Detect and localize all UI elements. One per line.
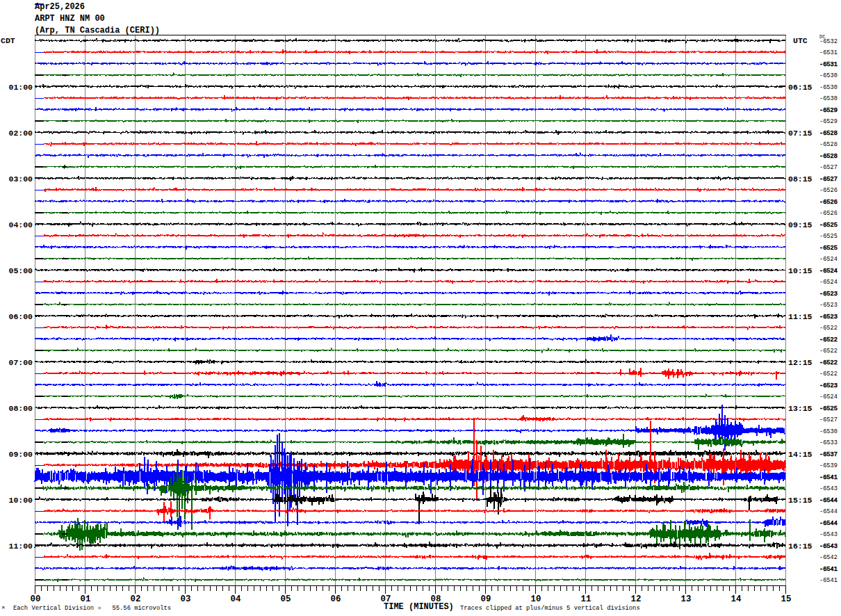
svg-text:-6525: -6525 [819,245,838,252]
svg-text:-6527: -6527 [819,416,838,423]
svg-text:M: M [2,606,5,610]
svg-text:-6541: -6541 [819,474,838,481]
svg-text:-6523: -6523 [819,382,838,389]
svg-text:13:15: 13:15 [788,404,813,413]
svg-text:-6527: -6527 [819,164,838,171]
svg-text:08:15: 08:15 [788,175,813,184]
svg-text:-6530: -6530 [819,95,838,102]
svg-text:12: 12 [631,594,642,604]
svg-text:-6524: -6524 [819,394,838,400]
svg-text:-6544: -6544 [819,520,838,527]
svg-text:09: 09 [481,594,491,604]
svg-text:-6537: -6537 [819,451,838,458]
svg-text:-6525: -6525 [819,405,838,412]
svg-text:UTC: UTC [793,36,808,45]
svg-text:10: 10 [531,594,541,604]
svg-text:-6522: -6522 [819,325,838,332]
svg-text:11:15: 11:15 [788,312,813,321]
svg-text:08:00: 08:00 [8,404,33,413]
svg-text:-6530: -6530 [819,84,838,91]
svg-text:-6524: -6524 [819,279,838,286]
svg-text:15: 15 [781,594,792,604]
svg-text:-6522: -6522 [819,337,838,343]
svg-text:-6541: -6541 [819,566,838,573]
svg-text:Each Vertical Division = 55.: Each Vertical Division = 55.56 microvolt… [13,605,171,612]
svg-text:-6543: -6543 [819,485,838,492]
svg-text:-6542: -6542 [819,554,838,561]
svg-text:02:00: 02:00 [8,129,33,138]
svg-text:12:15: 12:15 [788,358,813,367]
svg-text:11: 11 [581,594,591,604]
svg-text:-6539: -6539 [819,462,838,469]
svg-text:07:00: 07:00 [8,358,33,367]
svg-text:-6522: -6522 [819,371,838,378]
svg-text:05:00: 05:00 [8,266,33,275]
svg-text:-6529: -6529 [819,107,838,114]
svg-text:15:15: 15:15 [788,496,813,505]
svg-text:-6523: -6523 [819,291,838,298]
svg-text:Traces clipped at plus/minus 5: Traces clipped at plus/minus 5 vertical … [460,605,640,612]
svg-text:(Arp, TN Cascadia (CERI)): (Arp, TN Cascadia (CERI)) [35,26,160,35]
svg-text:-6528: -6528 [819,141,838,148]
svg-text:-6544: -6544 [819,497,838,504]
svg-text:14:15: 14:15 [788,450,813,459]
svg-text:01: 01 [81,594,91,604]
svg-text:-6544: -6544 [819,508,838,515]
svg-text:-6531: -6531 [819,49,838,56]
svg-text:04:00: 04:00 [8,220,33,229]
svg-text:ARPT HNZ NM 00: ARPT HNZ NM 00 [35,14,105,24]
svg-text:-6528: -6528 [819,130,838,137]
svg-text:10:00: 10:00 [8,496,33,505]
svg-text:-6541: -6541 [819,577,838,584]
svg-text:06:00: 06:00 [8,312,33,321]
svg-text:-6533: -6533 [819,439,838,446]
svg-text:03: 03 [181,594,191,604]
svg-text:-6526: -6526 [819,210,838,217]
svg-text:11:00: 11:00 [8,542,33,551]
svg-text:-6527: -6527 [819,176,838,183]
svg-text:-6523: -6523 [819,314,838,321]
svg-text:-6524: -6524 [819,268,838,275]
svg-text:-6530: -6530 [819,428,838,435]
svg-text:09:00: 09:00 [8,450,33,459]
svg-text:-6525: -6525 [819,222,838,229]
svg-text:-6522: -6522 [819,348,838,355]
svg-text:-6532: -6532 [819,38,838,45]
svg-text:05: 05 [281,594,291,604]
svg-text:-6526: -6526 [819,187,838,194]
svg-text:02: 02 [131,594,141,604]
svg-text:-6530: -6530 [819,72,838,79]
svg-text:03:00: 03:00 [8,175,33,184]
svg-text:-6528: -6528 [819,153,838,160]
svg-text:Apr25,2026: Apr25,2026 [35,2,85,12]
svg-text:09:15: 09:15 [788,220,813,229]
svg-text:16:15: 16:15 [788,542,813,551]
svg-text:06: 06 [331,594,341,604]
svg-text:-6525: -6525 [819,233,838,240]
svg-text:14: 14 [731,594,742,604]
svg-text:-6543: -6543 [819,531,838,538]
svg-text:-6543: -6543 [819,543,838,550]
svg-text:CDT: CDT [1,36,15,45]
svg-text:00: 00 [31,594,41,604]
svg-text:-6529: -6529 [819,118,838,125]
svg-text:-6523: -6523 [819,302,838,309]
svg-text:-6531: -6531 [819,61,838,68]
svg-text:07:15: 07:15 [788,129,813,138]
svg-text:-6522: -6522 [819,359,838,366]
svg-text:06:15: 06:15 [788,83,813,92]
svg-text:10:15: 10:15 [788,266,813,275]
svg-text:01:00: 01:00 [8,83,33,92]
svg-text:TIME (MINUTES): TIME (MINUTES) [384,602,454,612]
svg-text:13: 13 [681,594,692,604]
svg-text:04: 04 [231,594,241,604]
svg-text:-6524: -6524 [819,256,838,263]
svg-text:-6526: -6526 [819,199,838,206]
